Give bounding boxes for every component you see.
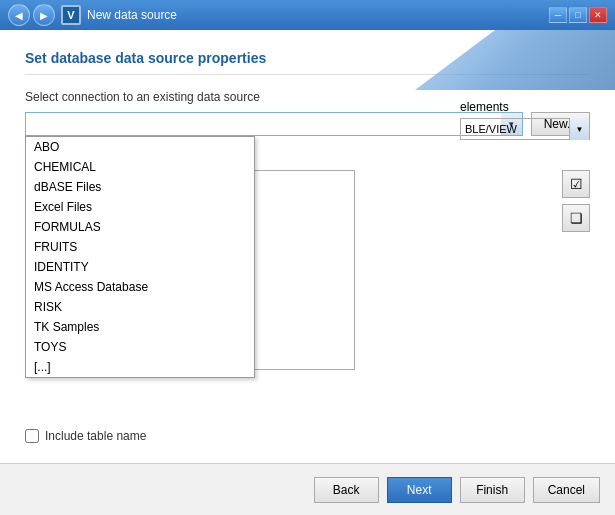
copy-button[interactable]: ❏ [562,204,590,232]
back-footer-button[interactable]: Back [314,477,379,503]
check-button[interactable]: ☑ [562,170,590,198]
list-item[interactable]: TK Samples [26,317,254,337]
connection-input[interactable] [25,112,523,136]
finish-button[interactable]: Finish [460,477,525,503]
app-logo: V [61,5,81,25]
window-title: New data source [87,8,543,22]
list-item[interactable]: ABO [26,137,254,157]
connection-dropdown-list[interactable]: ABO CHEMICAL dBASE Files Excel Files FOR… [25,136,255,378]
include-table-name-row: Include table name [25,429,146,443]
list-item[interactable]: IDENTITY [26,257,254,277]
ble-arrow-icon: ▼ [576,125,584,134]
nav-buttons: ◀ ▶ [8,4,55,26]
cancel-button[interactable]: Cancel [533,477,600,503]
back-icon: ◀ [15,10,23,21]
forward-icon: ▶ [40,10,48,21]
main-content: Set database data source properties Sele… [0,30,615,463]
footer: Back Next Finish Cancel [0,463,615,515]
window-controls: ─ □ ✕ [549,7,607,23]
list-item[interactable]: FRUITS [26,237,254,257]
list-item[interactable]: dBASE Files [26,177,254,197]
ble-dropdown-arrow[interactable]: ▼ [569,118,589,140]
list-item[interactable]: Excel Files [26,197,254,217]
next-button[interactable]: Next [387,477,452,503]
ble-dropdown-value: BLE/VIEW [461,123,569,135]
back-button[interactable]: ◀ [8,4,30,26]
list-item[interactable]: FORMULAS [26,217,254,237]
close-button[interactable]: ✕ [589,7,607,23]
include-table-name-label: Include table name [45,429,146,443]
elements-label: elements [460,100,590,114]
copy-icon: ❏ [570,210,583,226]
action-buttons: ☑ ❏ [562,170,590,232]
list-item[interactable]: RISK [26,297,254,317]
list-item[interactable]: [...] [26,357,254,377]
elements-section: elements BLE/VIEW ▼ [460,100,590,140]
titlebar: ◀ ▶ V New data source ─ □ ✕ [0,0,615,30]
minimize-button[interactable]: ─ [549,7,567,23]
forward-button[interactable]: ▶ [33,4,55,26]
include-table-name-checkbox[interactable] [25,429,39,443]
check-icon: ☑ [570,176,583,192]
ble-dropdown[interactable]: BLE/VIEW ▼ [460,118,590,140]
maximize-button[interactable]: □ [569,7,587,23]
list-item[interactable]: MS Access Database [26,277,254,297]
connection-dropdown-wrapper: ▼ ABO CHEMICAL dBASE Files Excel Files F… [25,112,523,136]
list-item[interactable]: CHEMICAL [26,157,254,177]
list-item[interactable]: TOYS [26,337,254,357]
